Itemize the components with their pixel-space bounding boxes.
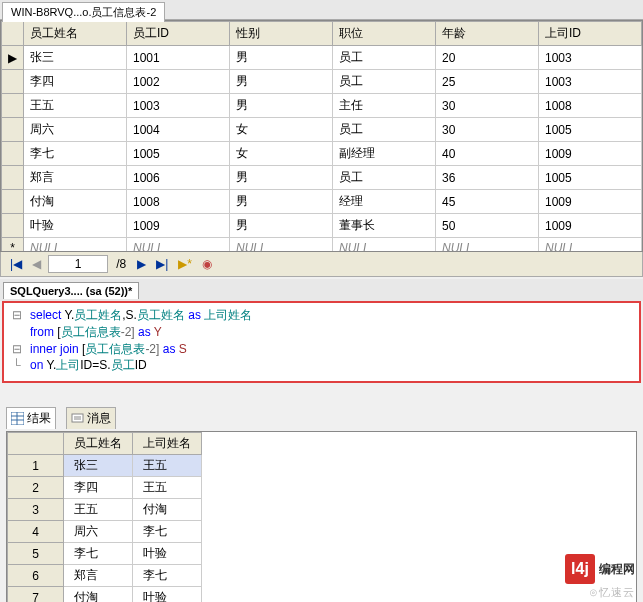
col-id[interactable]: 员工ID (127, 22, 230, 46)
cell-sex[interactable]: 女 (230, 118, 333, 142)
result-cell-name[interactable]: 李七 (64, 543, 133, 565)
cell-id[interactable]: 1009 (127, 214, 230, 238)
col-age[interactable]: 年龄 (436, 22, 539, 46)
cell-sex[interactable]: NULL (230, 238, 333, 253)
table-row[interactable]: 叶验 1009 男 董事长 50 1009 (2, 214, 642, 238)
cell-name[interactable]: 李四 (24, 70, 127, 94)
result-cell-boss[interactable]: 王五 (133, 477, 202, 499)
result-row-number[interactable]: 6 (8, 565, 64, 587)
cell-pos[interactable]: 员工 (333, 166, 436, 190)
nav-prev-button[interactable]: ◀ (29, 257, 44, 271)
result-row-number[interactable]: 3 (8, 499, 64, 521)
cell-pos[interactable]: 经理 (333, 190, 436, 214)
result-cell-name[interactable]: 付淘 (64, 587, 133, 603)
table-tab[interactable]: WIN-B8RVQ...o.员工信息表-2 (2, 2, 165, 22)
cell-boss[interactable]: 1009 (539, 190, 642, 214)
cell-boss[interactable]: NULL (539, 238, 642, 253)
result-cell-name[interactable]: 郑言 (64, 565, 133, 587)
cell-id[interactable]: 1004 (127, 118, 230, 142)
query-result-grid[interactable]: 员工姓名 上司姓名 1 张三 王五2 李四 王五3 王五 付淘4 周六 李七5 … (6, 431, 637, 602)
sql-editor[interactable]: ⊟select Y.员工姓名,S.员工姓名 as 上司姓名 from [员工信息… (2, 301, 641, 383)
cell-name[interactable]: 周六 (24, 118, 127, 142)
result-row-number[interactable]: 5 (8, 543, 64, 565)
row-selector[interactable]: * (2, 238, 24, 253)
nav-next-button[interactable]: ▶ (134, 257, 149, 271)
row-selector[interactable] (2, 118, 24, 142)
result-col-boss[interactable]: 上司姓名 (133, 433, 202, 455)
cell-name[interactable]: 王五 (24, 94, 127, 118)
nav-play-button[interactable]: ▶* (175, 257, 195, 271)
cell-pos[interactable]: NULL (333, 238, 436, 253)
row-selector[interactable] (2, 166, 24, 190)
result-cell-name[interactable]: 张三 (64, 455, 133, 477)
row-selector[interactable]: ▶ (2, 46, 24, 70)
result-row[interactable]: 5 李七 叶验 (8, 543, 202, 565)
cell-id[interactable]: 1001 (127, 46, 230, 70)
cell-age[interactable]: 30 (436, 94, 539, 118)
cell-name[interactable]: 付淘 (24, 190, 127, 214)
cell-pos[interactable]: 员工 (333, 70, 436, 94)
cell-sex[interactable]: 男 (230, 190, 333, 214)
table-row[interactable]: ▶ 张三 1001 男 员工 20 1003 (2, 46, 642, 70)
nav-current-input[interactable] (48, 255, 108, 273)
col-sex[interactable]: 性别 (230, 22, 333, 46)
col-boss[interactable]: 上司ID (539, 22, 642, 46)
cell-age[interactable]: 25 (436, 70, 539, 94)
table-row[interactable]: 李七 1005 女 副经理 40 1009 (2, 142, 642, 166)
result-row[interactable]: 1 张三 王五 (8, 455, 202, 477)
result-cell-name[interactable]: 周六 (64, 521, 133, 543)
table-row[interactable]: 王五 1003 男 主任 30 1008 (2, 94, 642, 118)
row-selector[interactable] (2, 214, 24, 238)
employee-data-grid[interactable]: 员工姓名 员工ID 性别 职位 年龄 上司ID ▶ 张三 1001 男 员工 2… (0, 20, 643, 252)
cell-id[interactable]: NULL (127, 238, 230, 253)
cell-id[interactable]: 1003 (127, 94, 230, 118)
cell-name[interactable]: 李七 (24, 142, 127, 166)
table-row[interactable]: 周六 1004 女 员工 30 1005 (2, 118, 642, 142)
cell-age[interactable]: 45 (436, 190, 539, 214)
row-selector[interactable] (2, 70, 24, 94)
result-cell-boss[interactable]: 付淘 (133, 499, 202, 521)
nav-stop-button[interactable]: ◉ (199, 257, 215, 271)
table-row[interactable]: 郑言 1006 男 员工 36 1005 (2, 166, 642, 190)
row-selector[interactable] (2, 190, 24, 214)
cell-boss[interactable]: 1009 (539, 214, 642, 238)
cell-age[interactable]: 30 (436, 118, 539, 142)
result-row[interactable]: 4 周六 李七 (8, 521, 202, 543)
result-row-number[interactable]: 4 (8, 521, 64, 543)
cell-age[interactable]: NULL (436, 238, 539, 253)
cell-sex[interactable]: 女 (230, 142, 333, 166)
result-cell-boss[interactable]: 叶验 (133, 587, 202, 603)
cell-pos[interactable]: 员工 (333, 118, 436, 142)
result-row[interactable]: 2 李四 王五 (8, 477, 202, 499)
result-row[interactable]: 6 郑言 李七 (8, 565, 202, 587)
cell-sex[interactable]: 男 (230, 94, 333, 118)
results-tab[interactable]: 结果 (6, 407, 56, 429)
table-row[interactable]: 李四 1002 男 员工 25 1003 (2, 70, 642, 94)
result-row-number[interactable]: 1 (8, 455, 64, 477)
cell-boss[interactable]: 1003 (539, 46, 642, 70)
result-cell-boss[interactable]: 李七 (133, 565, 202, 587)
result-cell-name[interactable]: 李四 (64, 477, 133, 499)
result-cell-boss[interactable]: 王五 (133, 455, 202, 477)
result-row-number[interactable]: 2 (8, 477, 64, 499)
cell-sex[interactable]: 男 (230, 214, 333, 238)
cell-age[interactable]: 20 (436, 46, 539, 70)
cell-name[interactable]: 张三 (24, 46, 127, 70)
cell-sex[interactable]: 男 (230, 70, 333, 94)
cell-pos[interactable]: 主任 (333, 94, 436, 118)
cell-id[interactable]: 1005 (127, 142, 230, 166)
cell-boss[interactable]: 1005 (539, 118, 642, 142)
row-selector[interactable] (2, 94, 24, 118)
row-selector[interactable] (2, 142, 24, 166)
result-row[interactable]: 3 王五 付淘 (8, 499, 202, 521)
cell-boss[interactable]: 1005 (539, 166, 642, 190)
cell-age[interactable]: 40 (436, 142, 539, 166)
table-row[interactable]: 付淘 1008 男 经理 45 1009 (2, 190, 642, 214)
nav-first-button[interactable]: |◀ (7, 257, 25, 271)
cell-pos[interactable]: 员工 (333, 46, 436, 70)
cell-name[interactable]: 叶验 (24, 214, 127, 238)
nav-last-button[interactable]: ▶| (153, 257, 171, 271)
result-cell-boss[interactable]: 叶验 (133, 543, 202, 565)
cell-id[interactable]: 1008 (127, 190, 230, 214)
cell-id[interactable]: 1006 (127, 166, 230, 190)
